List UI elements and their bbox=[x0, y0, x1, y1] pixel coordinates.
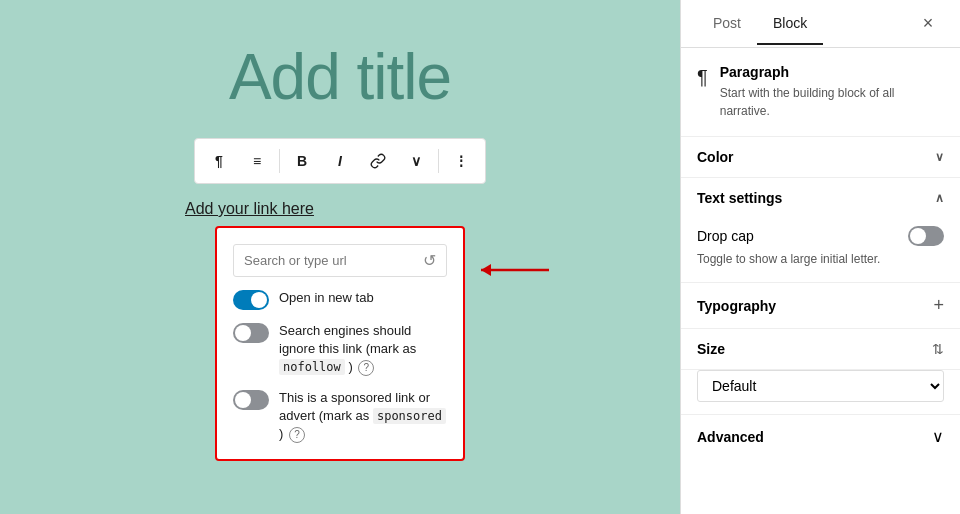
text-settings-section: Text settings ∧ Drop cap Toggle to show … bbox=[681, 178, 960, 283]
formatting-toolbar: ¶ ≡ B I ∨ ⋮ bbox=[194, 138, 486, 184]
editor-area: Add title ¶ ≡ B I ∨ ⋮ Add your link here… bbox=[0, 0, 680, 514]
toolbar-divider bbox=[279, 149, 280, 173]
align-button[interactable]: ≡ bbox=[239, 143, 275, 179]
size-row: Size ⇅ bbox=[681, 329, 960, 370]
sponsored-toggle[interactable] bbox=[233, 390, 269, 410]
sidebar-header: Post Block × bbox=[681, 0, 960, 48]
url-popover: ↺ Open in new tab Search engines should … bbox=[215, 226, 465, 461]
size-controls-icon[interactable]: ⇅ bbox=[932, 341, 944, 357]
text-settings-label: Text settings bbox=[697, 190, 782, 206]
typography-section: Typography + bbox=[681, 283, 960, 329]
toolbar-divider-2 bbox=[438, 149, 439, 173]
italic-button[interactable]: I bbox=[322, 143, 358, 179]
nofollow-label: Search engines should ignore this link (… bbox=[279, 322, 447, 377]
paragraph-format-button[interactable]: ¶ bbox=[201, 143, 237, 179]
page-title[interactable]: Add title bbox=[229, 40, 451, 114]
url-input[interactable] bbox=[244, 253, 417, 268]
bold-button[interactable]: B bbox=[284, 143, 320, 179]
url-input-row: ↺ bbox=[233, 244, 447, 277]
typography-label: Typography bbox=[697, 298, 776, 314]
open-new-tab-row: Open in new tab bbox=[233, 289, 447, 310]
tab-post[interactable]: Post bbox=[697, 3, 757, 45]
color-section-header[interactable]: Color ∨ bbox=[681, 137, 960, 177]
nofollow-toggle[interactable] bbox=[233, 323, 269, 343]
drop-cap-label: Drop cap bbox=[697, 228, 754, 244]
drop-cap-description: Toggle to show a large initial letter. bbox=[697, 252, 944, 266]
annotation-arrow bbox=[471, 256, 551, 284]
open-new-tab-label: Open in new tab bbox=[279, 289, 374, 307]
advanced-section: Advanced ∨ bbox=[681, 415, 960, 458]
text-settings-header[interactable]: Text settings ∧ bbox=[681, 178, 960, 218]
sponsored-label: This is a sponsored link or advert (mark… bbox=[279, 389, 447, 444]
color-section: Color ∨ bbox=[681, 137, 960, 178]
link-options-chevron-button[interactable]: ∨ bbox=[398, 143, 434, 179]
size-select[interactable]: Default Small Medium Large Extra Large bbox=[697, 370, 944, 402]
nofollow-help-icon[interactable]: ? bbox=[358, 360, 374, 376]
size-label: Size bbox=[697, 341, 725, 357]
advanced-chevron-icon[interactable]: ∨ bbox=[932, 427, 944, 446]
color-chevron-icon: ∨ bbox=[935, 150, 944, 164]
sidebar-content: ¶ Paragraph Start with the building bloc… bbox=[681, 48, 960, 514]
advanced-label: Advanced bbox=[697, 429, 764, 445]
nofollow-row: Search engines should ignore this link (… bbox=[233, 322, 447, 377]
sponsored-row: This is a sponsored link or advert (mark… bbox=[233, 389, 447, 444]
link-button[interactable] bbox=[360, 143, 396, 179]
drop-cap-toggle[interactable] bbox=[908, 226, 944, 246]
close-sidebar-button[interactable]: × bbox=[912, 8, 944, 40]
typography-add-icon[interactable]: + bbox=[933, 295, 944, 316]
text-settings-content: Drop cap Toggle to show a large initial … bbox=[681, 218, 960, 282]
paragraph-icon: ¶ bbox=[697, 66, 708, 89]
svg-marker-1 bbox=[481, 264, 491, 276]
paragraph-description: Start with the building block of all nar… bbox=[720, 84, 944, 120]
link-text: Add your link here bbox=[185, 200, 314, 218]
paragraph-block-info: ¶ Paragraph Start with the building bloc… bbox=[681, 48, 960, 137]
paragraph-info: Paragraph Start with the building block … bbox=[720, 64, 944, 120]
text-settings-chevron-icon: ∧ bbox=[935, 191, 944, 205]
open-new-tab-toggle[interactable] bbox=[233, 290, 269, 310]
size-select-row: Default Small Medium Large Extra Large bbox=[681, 370, 960, 415]
paragraph-title: Paragraph bbox=[720, 64, 944, 80]
sidebar: Post Block × ¶ Paragraph Start with the … bbox=[680, 0, 960, 514]
sponsored-help-icon[interactable]: ? bbox=[289, 427, 305, 443]
more-options-button[interactable]: ⋮ bbox=[443, 143, 479, 179]
tab-block[interactable]: Block bbox=[757, 3, 823, 45]
sidebar-tabs: Post Block bbox=[697, 3, 823, 45]
color-section-label: Color bbox=[697, 149, 734, 165]
url-refresh-icon[interactable]: ↺ bbox=[423, 251, 436, 270]
drop-cap-row: Drop cap bbox=[697, 226, 944, 246]
